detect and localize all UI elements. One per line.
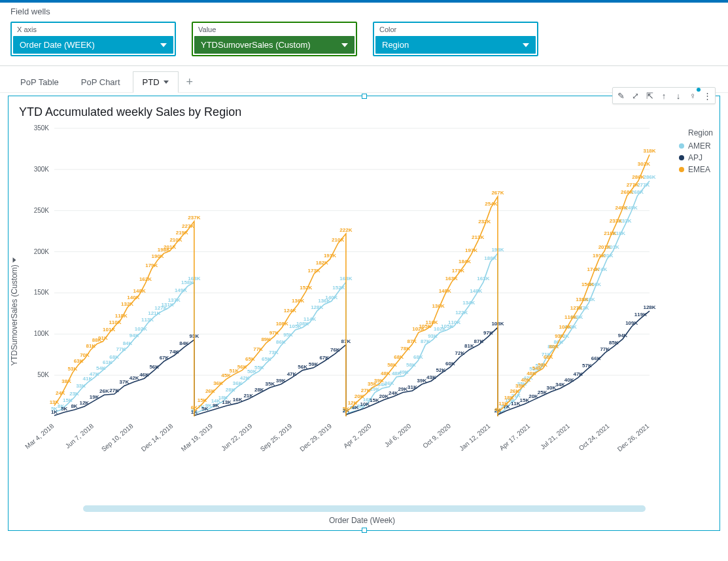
svg-text:67K: 67K [160,355,169,361]
svg-text:39K: 39K [374,378,384,384]
svg-text:20K: 20K [355,393,364,399]
svg-text:54K: 54K [96,365,106,371]
svg-text:173K: 173K [307,268,320,274]
color-pill-text: Region [382,40,409,50]
color-pill[interactable]: Region [375,36,536,54]
xaxis-pill[interactable]: Order Date (WEEK) [13,36,173,54]
svg-text:197K: 197K [465,247,477,253]
svg-text:60K: 60K [445,361,455,367]
field-wells-panel: Field wells X axis Order Date (WEEK) Val… [0,3,728,66]
x-axis-label[interactable]: Order Date (Week) [329,516,399,525]
expand-icon[interactable]: ⤢ [629,89,642,102]
svg-text:74K: 74K [169,349,179,355]
svg-text:250K: 250K [34,207,50,214]
legend: Region AMER APJ EMEA [679,128,713,177]
svg-text:20K: 20K [379,393,389,399]
x-axis-controls: Order Date (Week) [9,503,719,530]
svg-text:182K: 182K [316,260,328,266]
tab-pop-chart[interactable]: PoP Chart [71,71,130,92]
visual-toolbar: ✎ ⤢ ⇱ ↑ ↓ ♀ ⋮ [612,87,716,104]
svg-text:10K: 10K [360,401,370,407]
svg-text:300K: 300K [34,166,50,173]
svg-text:210K: 210K [169,237,182,243]
svg-text:94K: 94K [618,333,628,338]
value-pill-text: YTDSumoverSales (Custom) [201,40,311,50]
more-options-icon[interactable]: ⋮ [701,89,714,102]
svg-text:43K: 43K [426,374,436,380]
svg-text:68K: 68K [109,354,119,360]
svg-text:56K: 56K [298,364,307,370]
arrow-down-icon[interactable]: ↓ [672,89,685,102]
edit-icon[interactable]: ✎ [614,89,627,102]
svg-text:109K: 109K [625,320,638,326]
svg-text:213K: 213K [472,234,484,240]
arrow-up-icon[interactable]: ↑ [657,89,670,102]
svg-text:132K: 132K [121,301,133,307]
svg-text:128K: 128K [643,304,655,310]
svg-text:49K: 49K [399,369,409,375]
svg-text:94K: 94K [130,333,139,338]
svg-text:163K: 163K [477,276,489,281]
svg-text:55K: 55K [254,365,264,371]
tab-pop-table[interactable]: PoP Table [10,71,69,92]
svg-text:91K: 91K [98,335,108,341]
legend-item-amer[interactable]: AMER [679,141,713,151]
svg-text:163K: 163K [445,276,458,281]
svg-text:26K: 26K [99,388,109,394]
svg-text:110K: 110K [425,319,438,325]
svg-text:Jul 6, 2020: Jul 6, 2020 [383,422,413,448]
svg-text:19K: 19K [90,394,99,400]
svg-text:16K: 16K [233,397,243,403]
y-axis-label[interactable]: YTDSumoverSales (Custom) [10,259,19,366]
svg-text:31K: 31K [407,384,417,390]
svg-text:52K: 52K [436,367,446,373]
svg-text:140K: 140K [325,295,338,300]
svg-text:8K: 8K [71,403,77,409]
chevron-down-icon [341,43,348,47]
legend-item-apj[interactable]: APJ [679,153,713,162]
line-chart[interactable]: 50K100K150K200K250K300K350KMar 4, 2018Ju… [9,122,718,469]
svg-text:58K: 58K [538,362,547,368]
svg-text:76K: 76K [330,347,340,353]
svg-text:36K: 36K [213,380,223,386]
svg-text:254K: 254K [485,201,497,207]
svg-text:80K: 80K [549,344,559,350]
svg-text:249K: 249K [615,205,627,211]
insights-icon[interactable]: ♀ [686,89,699,102]
svg-text:237K: 237K [188,215,200,221]
svg-text:5K: 5K [343,406,349,412]
svg-text:26K: 26K [510,388,519,394]
svg-text:13K: 13K [50,399,60,405]
value-well[interactable]: Value YTDSumoverSales (Custom) [192,22,357,56]
svg-text:222K: 222K [339,227,352,233]
value-well-label: Value [193,23,356,35]
svg-text:68K: 68K [394,354,404,360]
svg-text:101K: 101K [103,327,115,333]
color-well[interactable]: Color Region [373,22,538,56]
chart-area: YTDSumoverSales (Custom) 50K100K150K200K… [9,122,719,503]
svg-text:134K: 134K [462,300,475,306]
svg-text:15K: 15K [63,397,73,403]
xaxis-well[interactable]: X axis Order Date (WEEK) [10,22,176,56]
svg-text:100K: 100K [34,330,50,337]
svg-text:232K: 232K [478,219,491,225]
svg-text:57K: 57K [582,363,592,369]
tab-ptd[interactable]: PTD [133,71,179,93]
zoom-scrollbar[interactable] [83,505,646,512]
svg-text:46K: 46K [139,372,149,378]
visual-container[interactable]: ✎ ⤢ ⇱ ↑ ↓ ♀ ⋮ YTD Accumulated weekly Sal… [8,96,720,531]
add-sheet-button[interactable]: + [181,73,199,92]
svg-text:77K: 77K [600,346,610,352]
value-pill[interactable]: YTDSumoverSales (Custom) [194,36,355,54]
legend-item-emea[interactable]: EMEA [679,165,713,174]
svg-text:70K: 70K [80,352,90,358]
svg-text:140K: 140K [127,295,139,300]
svg-text:150K: 150K [34,289,50,296]
move-up-left-icon[interactable]: ⇱ [643,89,656,102]
chevron-down-icon [160,43,167,47]
svg-text:81K: 81K [464,343,474,349]
svg-text:174K: 174K [587,266,599,272]
svg-text:277K: 277K [637,182,650,188]
svg-text:200K: 200K [34,248,50,255]
svg-text:50K: 50K [37,371,49,378]
